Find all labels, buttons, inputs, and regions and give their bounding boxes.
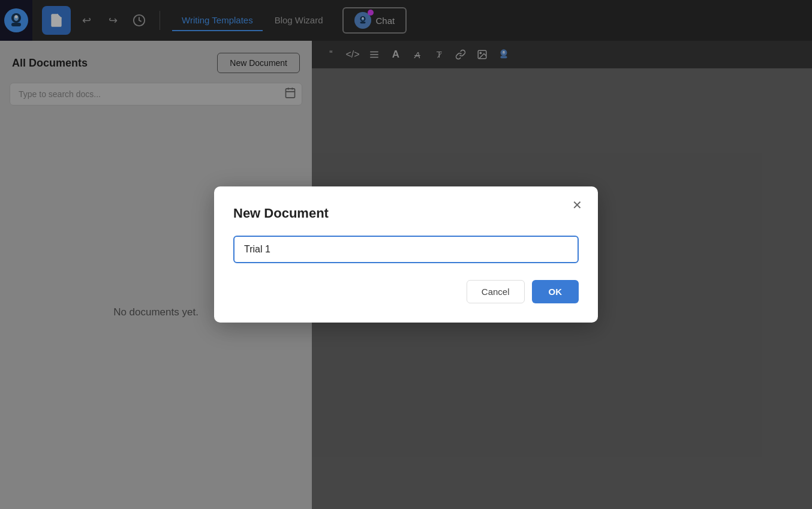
ok-button[interactable]: OK (532, 280, 579, 303)
document-name-input[interactable] (233, 236, 579, 263)
modal-overlay: ✕ New Document Cancel OK (0, 0, 812, 509)
modal-title: New Document (233, 206, 579, 221)
new-document-modal: ✕ New Document Cancel OK (214, 186, 598, 323)
modal-close-button[interactable]: ✕ (568, 196, 586, 214)
cancel-button[interactable]: Cancel (467, 280, 525, 303)
modal-actions: Cancel OK (233, 280, 579, 303)
